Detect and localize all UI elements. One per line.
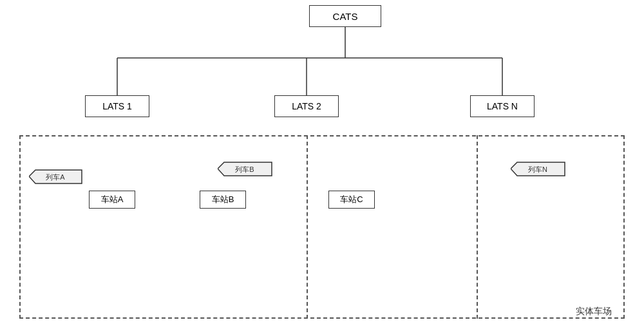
train-n-svg: 列车N bbox=[511, 162, 569, 180]
svg-text:列车N: 列车N bbox=[528, 165, 547, 173]
train-n-container: 列车N bbox=[511, 162, 569, 182]
latsN-box: LATS N bbox=[470, 95, 535, 117]
yard-label: 实体车场 bbox=[576, 306, 612, 317]
divider1 bbox=[307, 135, 308, 319]
yard-label-text: 实体车场 bbox=[576, 306, 612, 316]
lats1-box: LATS 1 bbox=[85, 95, 149, 117]
lats2-box: LATS 2 bbox=[274, 95, 339, 117]
lats2-label: LATS 2 bbox=[292, 101, 321, 111]
train-a-container: 列车A bbox=[29, 169, 86, 190]
cats-label: CATS bbox=[333, 11, 358, 22]
station-c-box: 车站C bbox=[328, 191, 375, 209]
train-b-container: 列车B bbox=[218, 162, 276, 182]
train-b-svg: 列车B bbox=[218, 162, 276, 180]
station-c-label: 车站C bbox=[340, 194, 363, 205]
diagram-container: CATS LATS 1 LATS 2 LATS N 列车A 列车B bbox=[0, 0, 644, 329]
train-a-svg: 列车A bbox=[29, 169, 86, 187]
divider2 bbox=[477, 135, 478, 319]
station-a-box: 车站A bbox=[89, 191, 135, 209]
cats-box: CATS bbox=[309, 5, 381, 27]
svg-text:列车B: 列车B bbox=[235, 165, 254, 173]
svg-text:列车A: 列车A bbox=[46, 173, 65, 181]
latsN-label: LATS N bbox=[487, 101, 518, 111]
lats1-label: LATS 1 bbox=[102, 101, 132, 111]
station-b-box: 车站B bbox=[200, 191, 246, 209]
station-b-label: 车站B bbox=[212, 194, 234, 205]
station-a-label: 车站A bbox=[101, 194, 124, 205]
